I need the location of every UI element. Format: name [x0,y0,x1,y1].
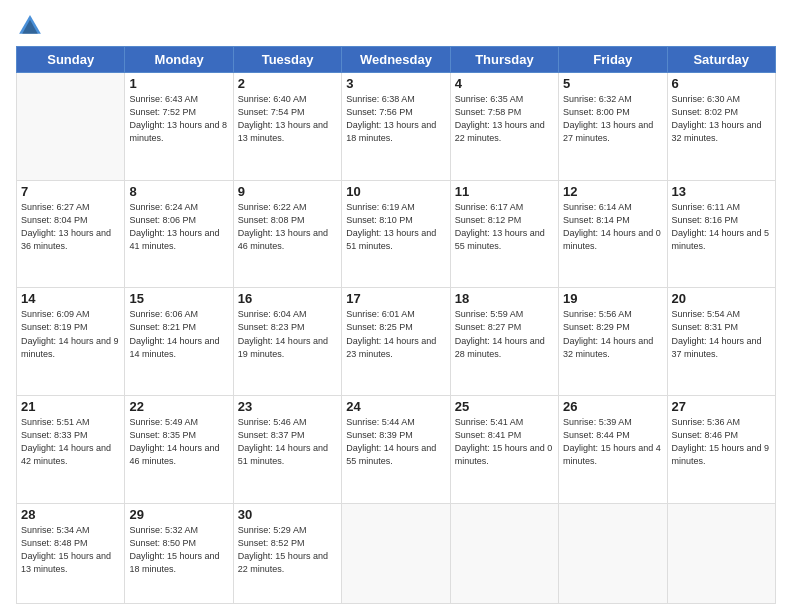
daylight-label: Daylight: 15 hours and 4 minutes. [563,443,661,466]
sunset-label: Sunset: 8:41 PM [455,430,522,440]
calendar-cell: 6 Sunrise: 6:30 AM Sunset: 8:02 PM Dayli… [667,73,775,181]
sunrise-label: Sunrise: 5:32 AM [129,525,198,535]
sunset-label: Sunset: 8:29 PM [563,322,630,332]
daylight-label: Daylight: 14 hours and 9 minutes. [21,336,119,359]
daylight-label: Daylight: 13 hours and 32 minutes. [672,120,762,143]
col-wednesday: Wednesday [342,47,450,73]
daylight-label: Daylight: 14 hours and 37 minutes. [672,336,762,359]
day-number: 25 [455,399,554,414]
sunset-label: Sunset: 8:33 PM [21,430,88,440]
calendar-cell: 9 Sunrise: 6:22 AM Sunset: 8:08 PM Dayli… [233,180,341,288]
day-number: 28 [21,507,120,522]
calendar-cell: 26 Sunrise: 5:39 AM Sunset: 8:44 PM Dayl… [559,396,667,504]
day-info: Sunrise: 5:36 AM Sunset: 8:46 PM Dayligh… [672,416,771,468]
day-info: Sunrise: 5:34 AM Sunset: 8:48 PM Dayligh… [21,524,120,576]
calendar-cell [450,503,558,603]
calendar-header-row: Sunday Monday Tuesday Wednesday Thursday… [17,47,776,73]
sunset-label: Sunset: 7:52 PM [129,107,196,117]
calendar-cell: 17 Sunrise: 6:01 AM Sunset: 8:25 PM Dayl… [342,288,450,396]
day-info: Sunrise: 6:14 AM Sunset: 8:14 PM Dayligh… [563,201,662,253]
day-info: Sunrise: 6:17 AM Sunset: 8:12 PM Dayligh… [455,201,554,253]
header [16,12,776,40]
calendar-cell: 20 Sunrise: 5:54 AM Sunset: 8:31 PM Dayl… [667,288,775,396]
sunset-label: Sunset: 8:37 PM [238,430,305,440]
day-number: 21 [21,399,120,414]
sunrise-label: Sunrise: 5:39 AM [563,417,632,427]
daylight-label: Daylight: 14 hours and 23 minutes. [346,336,436,359]
day-info: Sunrise: 6:19 AM Sunset: 8:10 PM Dayligh… [346,201,445,253]
day-info: Sunrise: 6:09 AM Sunset: 8:19 PM Dayligh… [21,308,120,360]
daylight-label: Daylight: 14 hours and 14 minutes. [129,336,219,359]
col-thursday: Thursday [450,47,558,73]
day-info: Sunrise: 5:44 AM Sunset: 8:39 PM Dayligh… [346,416,445,468]
day-info: Sunrise: 5:29 AM Sunset: 8:52 PM Dayligh… [238,524,337,576]
calendar-cell: 22 Sunrise: 5:49 AM Sunset: 8:35 PM Dayl… [125,396,233,504]
col-monday: Monday [125,47,233,73]
day-number: 17 [346,291,445,306]
sunrise-label: Sunrise: 6:04 AM [238,309,307,319]
sunrise-label: Sunrise: 6:38 AM [346,94,415,104]
day-number: 16 [238,291,337,306]
calendar-cell: 12 Sunrise: 6:14 AM Sunset: 8:14 PM Dayl… [559,180,667,288]
daylight-label: Daylight: 15 hours and 22 minutes. [238,551,328,574]
day-number: 5 [563,76,662,91]
daylight-label: Daylight: 15 hours and 13 minutes. [21,551,111,574]
calendar-cell: 8 Sunrise: 6:24 AM Sunset: 8:06 PM Dayli… [125,180,233,288]
sunset-label: Sunset: 8:19 PM [21,322,88,332]
sunset-label: Sunset: 8:48 PM [21,538,88,548]
sunrise-label: Sunrise: 5:49 AM [129,417,198,427]
sunset-label: Sunset: 7:56 PM [346,107,413,117]
day-info: Sunrise: 6:38 AM Sunset: 7:56 PM Dayligh… [346,93,445,145]
sunset-label: Sunset: 8:46 PM [672,430,739,440]
day-number: 2 [238,76,337,91]
sunrise-label: Sunrise: 6:11 AM [672,202,741,212]
daylight-label: Daylight: 14 hours and 19 minutes. [238,336,328,359]
day-number: 26 [563,399,662,414]
day-info: Sunrise: 6:30 AM Sunset: 8:02 PM Dayligh… [672,93,771,145]
day-info: Sunrise: 6:22 AM Sunset: 8:08 PM Dayligh… [238,201,337,253]
day-number: 7 [21,184,120,199]
day-info: Sunrise: 6:27 AM Sunset: 8:04 PM Dayligh… [21,201,120,253]
sunset-label: Sunset: 8:44 PM [563,430,630,440]
day-number: 11 [455,184,554,199]
sunrise-label: Sunrise: 6:22 AM [238,202,307,212]
calendar-cell: 18 Sunrise: 5:59 AM Sunset: 8:27 PM Dayl… [450,288,558,396]
sunrise-label: Sunrise: 6:30 AM [672,94,741,104]
day-number: 23 [238,399,337,414]
calendar-cell [667,503,775,603]
col-saturday: Saturday [667,47,775,73]
sunrise-label: Sunrise: 5:41 AM [455,417,524,427]
day-number: 19 [563,291,662,306]
sunrise-label: Sunrise: 6:27 AM [21,202,90,212]
sunset-label: Sunset: 8:39 PM [346,430,413,440]
day-info: Sunrise: 6:01 AM Sunset: 8:25 PM Dayligh… [346,308,445,360]
col-friday: Friday [559,47,667,73]
daylight-label: Daylight: 14 hours and 55 minutes. [346,443,436,466]
calendar-cell: 11 Sunrise: 6:17 AM Sunset: 8:12 PM Dayl… [450,180,558,288]
calendar-cell: 4 Sunrise: 6:35 AM Sunset: 7:58 PM Dayli… [450,73,558,181]
day-info: Sunrise: 6:24 AM Sunset: 8:06 PM Dayligh… [129,201,228,253]
logo-icon [16,12,44,40]
calendar-cell: 27 Sunrise: 5:36 AM Sunset: 8:46 PM Dayl… [667,396,775,504]
daylight-label: Daylight: 13 hours and 13 minutes. [238,120,328,143]
sunset-label: Sunset: 8:35 PM [129,430,196,440]
daylight-label: Daylight: 14 hours and 32 minutes. [563,336,653,359]
calendar-cell: 13 Sunrise: 6:11 AM Sunset: 8:16 PM Dayl… [667,180,775,288]
sunset-label: Sunset: 8:14 PM [563,215,630,225]
sunset-label: Sunset: 7:54 PM [238,107,305,117]
sunset-label: Sunset: 8:06 PM [129,215,196,225]
sunset-label: Sunset: 8:21 PM [129,322,196,332]
calendar-cell: 15 Sunrise: 6:06 AM Sunset: 8:21 PM Dayl… [125,288,233,396]
daylight-label: Daylight: 14 hours and 0 minutes. [563,228,661,251]
day-number: 15 [129,291,228,306]
daylight-label: Daylight: 13 hours and 46 minutes. [238,228,328,251]
daylight-label: Daylight: 13 hours and 8 minutes. [129,120,227,143]
day-info: Sunrise: 6:04 AM Sunset: 8:23 PM Dayligh… [238,308,337,360]
day-info: Sunrise: 5:59 AM Sunset: 8:27 PM Dayligh… [455,308,554,360]
day-number: 6 [672,76,771,91]
calendar-cell [559,503,667,603]
sunrise-label: Sunrise: 5:54 AM [672,309,741,319]
daylight-label: Daylight: 14 hours and 51 minutes. [238,443,328,466]
day-info: Sunrise: 5:39 AM Sunset: 8:44 PM Dayligh… [563,416,662,468]
sunrise-label: Sunrise: 5:34 AM [21,525,90,535]
